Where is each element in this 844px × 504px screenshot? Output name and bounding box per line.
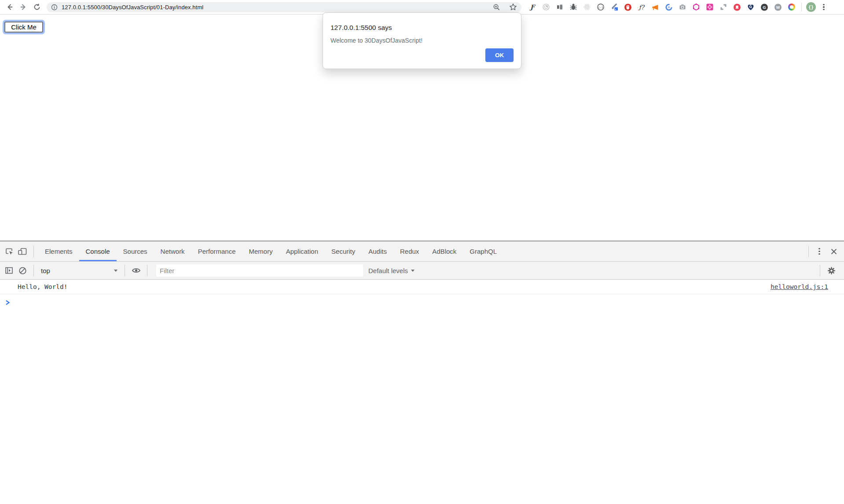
console-output: Hello, World! helloworld.js:1 — [0, 280, 844, 307]
forward-arrow-icon — [19, 3, 27, 11]
clear-console-button[interactable] — [16, 264, 29, 277]
tab-redux[interactable]: Redux — [393, 241, 426, 261]
tab-sources[interactable]: Sources — [117, 241, 154, 261]
tab-graphql[interactable]: GraphQL — [463, 241, 503, 261]
tab-adblock[interactable]: AdBlock — [426, 241, 463, 261]
bookmark-circle-icon[interactable] — [733, 3, 741, 11]
browser-menu-kebab[interactable] — [818, 2, 829, 12]
clear-console-icon — [18, 267, 27, 275]
console-prompt[interactable] — [0, 294, 844, 307]
devtools-close-button[interactable] — [827, 245, 840, 258]
bug-icon[interactable] — [569, 3, 577, 11]
tab-memory[interactable]: Memory — [242, 241, 279, 261]
execution-context-select[interactable]: top — [41, 267, 120, 274]
back-button[interactable] — [3, 1, 16, 13]
alert-ok-button[interactable]: OK — [485, 48, 514, 62]
device-toolbar-icon — [18, 247, 27, 256]
corner-arrows-icon[interactable] — [719, 3, 727, 11]
svg-text:G: G — [763, 4, 766, 9]
alert-dialog: 127.0.0.1:5500 says Welcome to 30DaysOfJ… — [323, 12, 521, 69]
alert-message: Welcome to 30DaysOfJavaScript! — [330, 37, 514, 44]
url-text[interactable]: 127.0.0.1:5500/30DaysOfJavaScript/01-Day… — [62, 4, 203, 11]
devtools-menu-kebab[interactable] — [814, 246, 825, 257]
camera-icon[interactable] — [679, 3, 686, 11]
address-bar[interactable]: 127.0.0.1:5500/30DaysOfJavaScript/01-Day… — [47, 2, 521, 12]
console-settings-button[interactable] — [825, 264, 838, 277]
panels-icon[interactable] — [556, 3, 564, 11]
tab-performance[interactable]: Performance — [191, 241, 242, 261]
g-circle-icon[interactable]: G — [760, 3, 768, 11]
tab-application[interactable]: Application — [279, 241, 325, 261]
chevron-down-icon — [411, 270, 415, 272]
eyedropper-icon[interactable] — [610, 3, 618, 11]
heart-search-icon[interactable] — [747, 3, 755, 11]
log-levels-label: Default levels — [368, 267, 408, 274]
f-question-icon[interactable]: ƒ? — [638, 3, 646, 11]
megaphone-icon[interactable] — [651, 3, 659, 11]
device-toolbar-button[interactable] — [16, 245, 29, 258]
back-arrow-icon — [6, 3, 14, 11]
eye-icon — [132, 267, 141, 274]
orbit-icon[interactable] — [542, 3, 550, 11]
extensions-divider — [801, 3, 802, 11]
extensions-row: Ƒ — [528, 3, 802, 11]
reload-icon — [33, 3, 41, 11]
tab-security[interactable]: Security — [325, 241, 362, 261]
tab-elements[interactable]: Elements — [38, 241, 79, 261]
console-sidebar-toggle[interactable] — [3, 264, 16, 277]
console-message-row: Hello, World! helloworld.js:1 — [0, 280, 844, 294]
inspect-cursor-icon — [5, 247, 14, 256]
tab-audits[interactable]: Audits — [362, 241, 393, 261]
forward-button[interactable] — [16, 1, 30, 13]
pink-gear-icon[interactable] — [706, 3, 714, 11]
console-message-text: Hello, World! — [18, 283, 68, 290]
json-profile-badge[interactable]: {} — [806, 2, 816, 12]
bookmark-star-icon[interactable] — [509, 3, 517, 11]
console-toolbar: top Default levels — [0, 262, 844, 280]
reload-button[interactable] — [30, 1, 44, 13]
devtools-tab-bar: Elements Console Sources Network Perform… — [0, 241, 844, 262]
filter-input[interactable] — [156, 264, 363, 277]
close-icon — [830, 248, 837, 255]
log-levels-select[interactable]: Default levels — [368, 267, 415, 274]
atom-faded-icon[interactable] — [583, 3, 591, 11]
color-ring-icon[interactable] — [788, 3, 796, 11]
w-circle-icon[interactable]: W — [774, 3, 782, 11]
live-expression-button[interactable] — [129, 264, 143, 277]
alert-title: 127.0.0.1:5500 says — [330, 24, 514, 32]
swirl-icon[interactable] — [665, 3, 673, 11]
tab-console[interactable]: Console — [79, 241, 117, 261]
console-toolbar-separator-2 — [125, 265, 125, 276]
dash-circle-icon[interactable]: (-) — [597, 3, 605, 11]
prompt-chevron-icon — [5, 299, 10, 306]
svg-text:W: W — [776, 5, 780, 9]
tabbar-separator — [33, 246, 34, 257]
gear-icon — [827, 267, 836, 275]
chevron-down-icon — [114, 270, 117, 272]
stop-hand-icon[interactable] — [624, 3, 632, 11]
inspect-element-button[interactable] — [3, 245, 16, 258]
svg-text:(-): (-) — [598, 6, 604, 9]
fontninja-icon[interactable]: Ƒ — [528, 3, 536, 11]
execution-context-label: top — [41, 267, 50, 274]
devtools-tabbar-right — [803, 245, 844, 258]
zoom-icon[interactable] — [493, 4, 500, 11]
tabbar-right-separator — [808, 246, 809, 257]
graphql-hex-icon[interactable] — [692, 3, 700, 11]
devtools-panel: Elements Console Sources Network Perform… — [0, 241, 844, 504]
console-toolbar-separator-3 — [147, 265, 147, 276]
console-source-link[interactable]: helloworld.js:1 — [771, 283, 828, 290]
console-toolbar-separator-4 — [820, 265, 820, 276]
tab-network[interactable]: Network — [154, 241, 191, 261]
click-me-button[interactable]: Click Me — [4, 22, 43, 33]
console-sidebar-icon — [5, 267, 14, 274]
console-toolbar-separator-1 — [33, 265, 34, 276]
site-info-icon[interactable] — [51, 4, 58, 11]
